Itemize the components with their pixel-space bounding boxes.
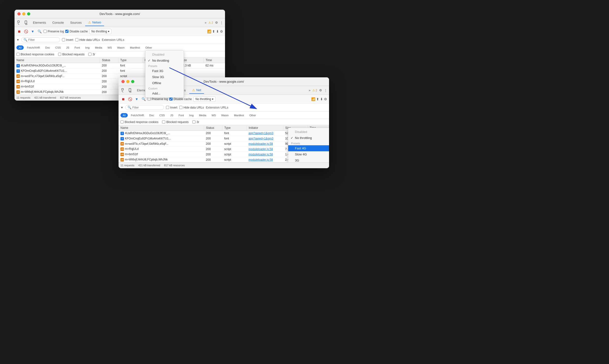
type-other-front[interactable]: Other [247, 113, 258, 117]
record-stop-button-back[interactable]: ⏹ [16, 29, 22, 34]
dropdown-no-throttling-front[interactable]: No throttling [288, 135, 329, 141]
close-button-front[interactable] [122, 80, 125, 83]
preserve-log-check-front[interactable]: Preserve log [148, 97, 168, 101]
dropdown-no-throttling-back[interactable]: No throttling [145, 58, 184, 64]
type-css-front[interactable]: CSS [157, 113, 167, 117]
type-media-front[interactable]: Media [197, 113, 208, 117]
select-element-icon-front[interactable] [121, 87, 127, 93]
blocked-requests-back[interactable]: Blocked requests [58, 53, 84, 56]
hide-data-check-front[interactable]: Hide data URLs [179, 106, 204, 109]
dropdown-disabled-front[interactable]: Disabled [288, 129, 329, 135]
table-row[interactable]: T4UaRrENHsxJlGDuGo1OllJfC6l_... 200 font… [14, 63, 225, 68]
download-icon-front[interactable]: ⬇ [320, 97, 323, 101]
col-header-name-back[interactable]: Name [14, 58, 100, 63]
wifi-icon-front[interactable]: 📶 [311, 97, 315, 101]
col-header-status-back[interactable]: Status [100, 58, 118, 63]
blocked-cookies-back[interactable]: Blocked response cookies [16, 53, 54, 56]
dropdown-fast4g-front[interactable]: Fast 4G [288, 145, 329, 151]
invert-check-front[interactable]: Invert [166, 106, 177, 109]
dropdown-disabled-back[interactable]: Disabled [145, 52, 184, 58]
tab-console-back[interactable]: Console [49, 19, 67, 26]
col-header-initiator-front[interactable]: Initiator [246, 125, 283, 131]
filter-input-front[interactable] [132, 106, 161, 109]
type-font-back[interactable]: Font [72, 45, 82, 50]
type-wasm-back[interactable]: Wasm [115, 45, 127, 50]
throttle-dropdown-front[interactable]: No throttling ▾ [193, 96, 216, 102]
type-img-back[interactable]: Img [83, 45, 92, 50]
col-header-status-front[interactable]: Status [204, 125, 222, 131]
settings-gear-icon-back[interactable]: ⚙ [215, 21, 218, 25]
initiator-link[interactable]: app?awwd=1&gm3 [248, 131, 273, 135]
initiator-link[interactable]: moduleloader.js:58 [248, 142, 273, 145]
initiator-link[interactable]: moduleloader.js:58 [248, 147, 273, 151]
download-icon-back[interactable]: ⬇ [216, 29, 219, 33]
network-settings-icon-front[interactable]: ⚙ [324, 97, 327, 101]
dropdown-3g-front[interactable]: 3G [288, 157, 329, 162]
third-party-front[interactable]: 3r [192, 120, 199, 124]
type-fetch-front[interactable]: Fetch/XHR [129, 113, 146, 117]
disable-cache-check-front[interactable]: Disable cache [169, 97, 192, 101]
minimize-button-back[interactable] [22, 12, 25, 15]
filter-input-back[interactable] [28, 38, 57, 41]
search-button-back[interactable]: 🔍 [37, 29, 42, 34]
preserve-log-input-back[interactable] [43, 30, 47, 33]
col-header-type-front[interactable]: Type [222, 125, 246, 131]
type-all-back[interactable]: All [16, 45, 24, 50]
type-js-front[interactable]: JS [168, 113, 176, 117]
filter-icon-front[interactable]: ▼ [134, 96, 139, 102]
settings-gear-icon-front[interactable]: ⚙ [319, 89, 322, 92]
maximize-button-front[interactable] [131, 80, 134, 83]
col-header-time-back[interactable]: Time [203, 58, 225, 63]
type-media-back[interactable]: Media [93, 45, 104, 50]
invert-input-back[interactable] [62, 38, 65, 41]
initiator-link[interactable]: moduleloader.js:58 [248, 153, 273, 156]
initiator-link[interactable]: app?awwd=1&gm3 [248, 137, 273, 140]
type-manifest-front[interactable]: Manifest [232, 113, 246, 117]
type-doc-back[interactable]: Doc [43, 45, 52, 50]
dropdown-add-back[interactable]: Add... [145, 91, 184, 96]
minimize-button-front[interactable] [126, 80, 129, 83]
type-font-front[interactable]: Font [176, 113, 186, 117]
more-options-icon-back[interactable]: ⋮ [220, 21, 223, 25]
hide-data-input-back[interactable] [75, 38, 78, 41]
dropdown-slow4g-front[interactable]: Slow 4G [288, 151, 329, 157]
maximize-button-back[interactable] [27, 12, 30, 15]
device-toolbar-icon[interactable] [23, 20, 29, 26]
type-other-back[interactable]: Other [143, 45, 154, 50]
col-header-name-front[interactable]: Name [119, 125, 204, 131]
type-manifest-back[interactable]: Manifest [128, 45, 142, 50]
invert-check-back[interactable]: Invert [62, 38, 73, 41]
type-fetch-back[interactable]: Fetch/XHR [25, 45, 42, 50]
tab-elements-back[interactable]: Elements [30, 19, 49, 26]
upload-icon-front[interactable]: ⬆ [316, 97, 319, 101]
type-all-front[interactable]: All [121, 113, 128, 117]
blocked-requests-front[interactable]: Blocked requests [162, 120, 189, 124]
more-tabs-icon-front[interactable]: » [309, 89, 311, 92]
throttle-dropdown-back[interactable]: No throttling ▾ [89, 29, 112, 34]
table-row[interactable]: TKFOmCnqEu92Fr1Mu4mxKKTU1... 200 font [14, 68, 225, 74]
disable-cache-input-back[interactable] [65, 30, 68, 33]
type-wasm-front[interactable]: Wasm [219, 113, 231, 117]
more-options-icon-front[interactable]: ⋮ [324, 89, 327, 92]
select-element-icon[interactable] [16, 20, 23, 26]
close-button-back[interactable] [17, 12, 21, 15]
hide-data-check-back[interactable]: Hide data URLs [75, 38, 100, 41]
type-ws-back[interactable]: WS [105, 45, 114, 50]
initiator-link[interactable]: moduleloader.js:58 [248, 158, 273, 161]
tab-network-front[interactable]: ⚠ Net [189, 87, 204, 94]
tab-network-back[interactable]: ⚠ Netwo [85, 19, 104, 26]
network-settings-icon-back[interactable]: ⚙ [220, 29, 223, 33]
col-header-type-back[interactable]: Type [118, 58, 143, 63]
upload-icon-back[interactable]: ⬆ [212, 29, 215, 33]
tab-sources-back[interactable]: Sources [67, 19, 85, 26]
disable-cache-input-front[interactable] [169, 97, 173, 101]
type-js-back[interactable]: JS [64, 45, 71, 50]
more-tabs-icon[interactable]: » [205, 21, 206, 25]
type-css-back[interactable]: CSS [53, 45, 63, 50]
device-toolbar-icon-front[interactable] [127, 87, 134, 93]
blocked-cookies-front[interactable]: Blocked response cookies [121, 120, 158, 124]
clear-button-front[interactable]: 🚫 [127, 96, 133, 102]
clear-button-back[interactable]: 🚫 [23, 29, 28, 34]
dropdown-fast3g-back[interactable]: Fast 3G [145, 68, 184, 74]
type-doc-front[interactable]: Doc [147, 113, 156, 117]
